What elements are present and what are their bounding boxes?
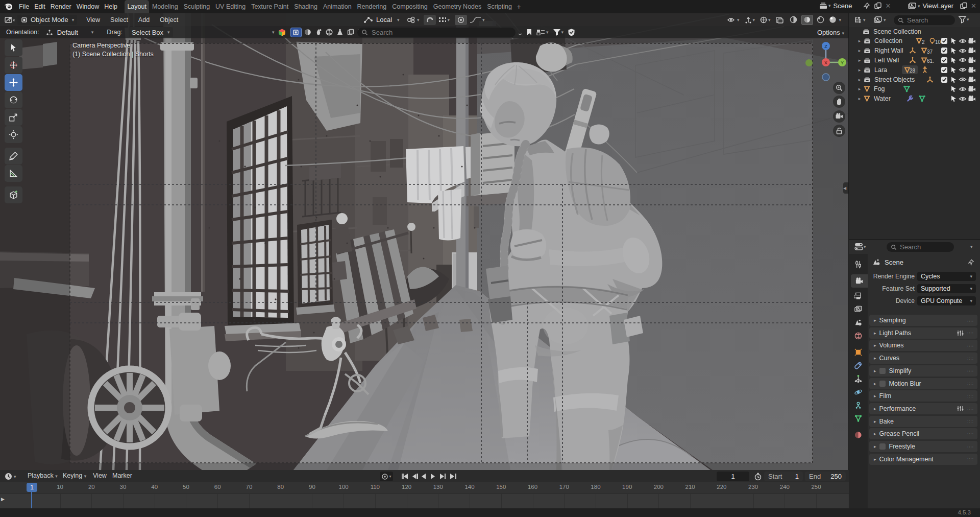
svg-text:X: X [824,60,827,65]
svg-text:Z: Z [824,44,827,49]
svg-text:Y: Y [841,60,844,65]
